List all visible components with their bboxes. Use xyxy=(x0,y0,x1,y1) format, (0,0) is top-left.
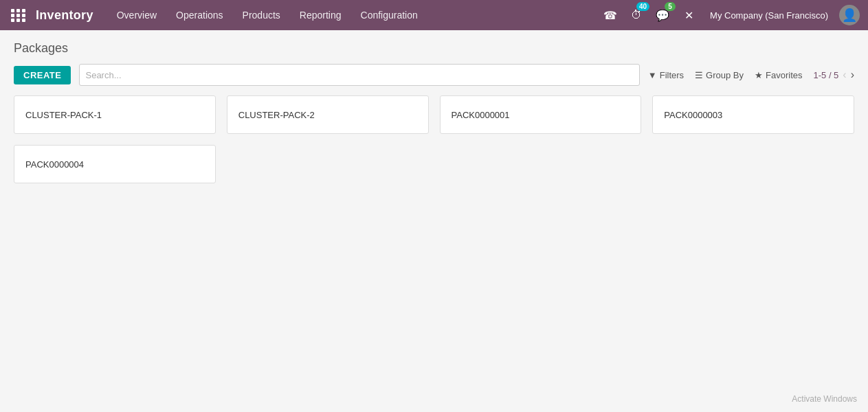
navbar-right: ☎ ⏱ 40 💬 5 ✕ My Company (San Francisco) … xyxy=(600,5,860,25)
filters-button[interactable]: ▼ Filters xyxy=(648,70,684,80)
package-card[interactable]: CLUSTER-PACK-2 xyxy=(227,95,429,134)
prev-page-button[interactable]: ‹ xyxy=(843,69,846,81)
next-page-button[interactable]: › xyxy=(851,69,854,81)
filter-controls: ▼ Filters ☰ Group By ★ Favorites xyxy=(648,70,803,80)
clock-badge: 40 xyxy=(636,2,649,11)
chat-badge: 5 xyxy=(665,2,676,11)
chat-icon[interactable]: 💬 5 xyxy=(652,5,673,25)
search-toolbar-row: CREATE ▼ Filters ☰ Group By ★ Favorites xyxy=(14,64,854,86)
search-box[interactable] xyxy=(79,64,639,86)
favorites-label: Favorites xyxy=(766,70,802,80)
apps-menu-button[interactable] xyxy=(8,6,29,25)
nav-item-reporting[interactable]: Reporting xyxy=(290,0,351,30)
filter-icon: ▼ xyxy=(648,70,657,80)
package-card[interactable]: PACK0000003 xyxy=(652,95,854,134)
navbar: Inventory OverviewOperationsProductsRepo… xyxy=(0,0,868,30)
star-icon: ★ xyxy=(755,70,763,80)
pagination-text: 1-5 / 5 xyxy=(813,70,838,80)
close-icon[interactable]: ✕ xyxy=(678,5,699,25)
search-input[interactable] xyxy=(85,70,633,80)
nav-item-products[interactable]: Products xyxy=(233,0,290,30)
avatar[interactable]: 👤 xyxy=(839,5,860,25)
filters-label: Filters xyxy=(660,70,684,80)
activity-icon[interactable]: ⏱ 40 xyxy=(626,5,647,25)
search-wrapper xyxy=(79,64,639,86)
nav-item-overview[interactable]: Overview xyxy=(107,0,166,30)
package-card[interactable]: PACK0000004 xyxy=(14,145,216,183)
package-grid: CLUSTER-PACK-1CLUSTER-PACK-2PACK0000001P… xyxy=(14,95,854,183)
group-by-icon: ☰ xyxy=(695,70,703,80)
favorites-button[interactable]: ★ Favorites xyxy=(755,70,802,80)
page-title: Packages xyxy=(14,41,854,56)
nav-item-configuration[interactable]: Configuration xyxy=(351,0,427,30)
create-button[interactable]: CREATE xyxy=(14,66,71,84)
package-card[interactable]: PACK0000001 xyxy=(440,95,642,134)
phone-icon[interactable]: ☎ xyxy=(600,5,621,25)
pagination: 1-5 / 5 ‹ › xyxy=(813,69,854,81)
package-card[interactable]: CLUSTER-PACK-1 xyxy=(14,95,216,134)
company-name: My Company (San Francisco) xyxy=(710,10,828,21)
main-content: Packages CREATE ▼ Filters ☰ Group By ★ F… xyxy=(0,30,868,194)
apps-grid-icon xyxy=(8,6,29,25)
app-brand[interactable]: Inventory xyxy=(36,8,93,23)
group-by-button[interactable]: ☰ Group By xyxy=(695,70,744,80)
nav-item-operations[interactable]: Operations xyxy=(166,0,232,30)
navbar-menu: OverviewOperationsProductsReportingConfi… xyxy=(107,0,600,30)
group-by-label: Group By xyxy=(706,70,744,80)
